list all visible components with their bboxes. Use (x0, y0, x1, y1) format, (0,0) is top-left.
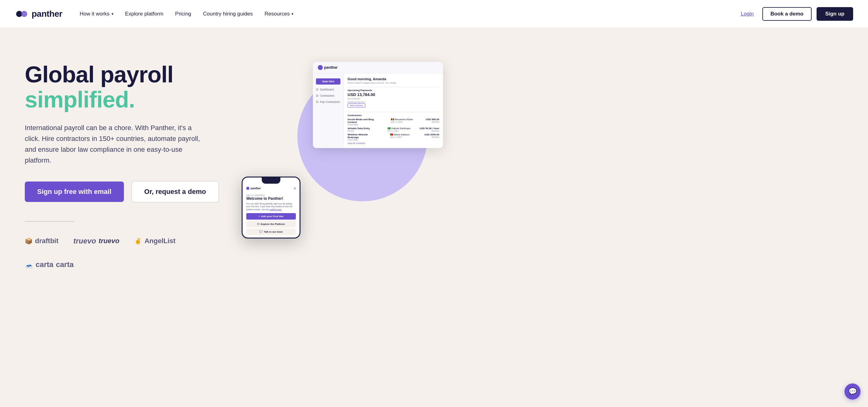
nav-explore-platform[interactable]: Explore platform (120, 8, 168, 20)
carta-icon: 🗻 (25, 260, 33, 269)
desktop-app-mockup: panther New Hire Dashboard Contractors (313, 62, 443, 148)
book-demo-button[interactable]: Book a demo (763, 7, 812, 21)
mock-contract-row-2: Webflow Website Redesign Fixed Rate 🇵🇹 M… (348, 133, 439, 141)
mock-new-hire-btn[interactable]: New Hire (316, 79, 340, 85)
mock-divider-1 (348, 87, 439, 87)
mock-main-content: Good morning, Amanda Here's what's happe… (344, 73, 443, 148)
login-button[interactable]: Login (737, 8, 757, 20)
mock-contract-row-0: Social Media and Blog Content Fixed Rate… (348, 118, 439, 126)
mockup-header: panther (313, 62, 443, 73)
mock-greeting: Good morning, Amanda (348, 77, 439, 81)
mobile-menu-icon[interactable]: ≡ (294, 186, 296, 190)
request-demo-button[interactable]: Or, request a demo (131, 181, 219, 202)
mobile-logo-dot (246, 187, 249, 190)
mockup-body: New Hire Dashboard Contractors Pay Contr… (313, 73, 443, 148)
pay-icon (316, 101, 318, 103)
mobile-content: HELLO AMANDA Welcome to Panther! You can… (243, 192, 300, 238)
nav-country-guides[interactable]: Country hiring guides (198, 8, 258, 20)
nav-pricing[interactable]: Pricing (170, 8, 196, 20)
mock-payments-amount: USD 13,784.00 (348, 92, 439, 97)
explore-icon: ⬡ (257, 223, 259, 225)
mock-logo-text: panther (324, 65, 338, 70)
hero-section: Global payroll simplified. International… (0, 28, 868, 287)
navbar: panther How it works ▾ Explore platform … (0, 0, 868, 28)
mock-contract-row-1: Airtable Data Entry Hourly 🇧🇷 Gabriel Ea… (348, 127, 439, 132)
chat-bubble[interactable]: 💬 (844, 383, 861, 400)
hero-subtitle: International payroll can be a chore. Wi… (25, 122, 205, 166)
plus-icon: + (258, 215, 260, 218)
hero-right: panther New Hire Dashboard Contractors (236, 53, 446, 232)
mock-sidebar-pay: Pay Contractors (313, 99, 344, 105)
nav-how-it-works[interactable]: How it works ▾ (75, 8, 118, 20)
mock-divider-2 (348, 112, 439, 112)
trust-logo-draftbit: 📦 draftbit (25, 237, 59, 245)
trust-logo-carta: 🗻 carta carta (25, 260, 74, 269)
contractors-icon (316, 94, 318, 97)
walkthrough-link[interactable]: walkthrough. (270, 209, 282, 211)
nav-links: How it works ▾ Explore platform Pricing … (75, 8, 737, 20)
chevron-down-icon-resources: ▾ (291, 12, 293, 16)
mock-logo-dot (318, 65, 323, 70)
trust-logo-truevo: truevo truevo (73, 237, 120, 245)
hero-title-accent: simplified. (25, 87, 135, 113)
mock-awaiting: Awaiting Payment (348, 101, 439, 103)
mock-greeting-sub: Here's what's happening in Acme, Inc. to… (348, 82, 439, 84)
divider (25, 221, 74, 222)
nav-resources[interactable]: Resources ▾ (259, 8, 298, 20)
mobile-header: panther ≡ (243, 184, 300, 192)
mobile-explore-button[interactable]: ⬡ Explore the Platform (246, 221, 296, 227)
mobile-hello: HELLO AMANDA (246, 194, 296, 196)
hero-cta: Sign up free with email Or, request a de… (25, 181, 236, 202)
mock-contractors-title: Contractors (348, 114, 439, 117)
mock-sidebar-contractors: Contractors (313, 93, 344, 99)
signup-nav-button[interactable]: Sign up (816, 7, 853, 21)
signup-primary-button[interactable]: Sign up free with email (25, 182, 124, 202)
mock-logo: panther (318, 65, 338, 70)
mobile-desc: You can start hiring globally right now … (246, 202, 296, 211)
dashboard-icon (316, 88, 318, 91)
hero-title: Global payroll simplified. (25, 62, 236, 113)
trust-logo-angellist: ✌ AngelList (134, 237, 175, 245)
mock-view-all[interactable]: View All Contracts (348, 142, 439, 144)
chevron-down-icon: ▾ (112, 12, 113, 16)
mobile-logo: panther (246, 187, 261, 190)
hero-left: Global payroll simplified. International… (25, 53, 236, 269)
draftbit-icon: 📦 (25, 237, 33, 245)
svg-point-1 (21, 11, 27, 17)
mobile-welcome: Welcome to Panther! (246, 196, 296, 201)
mock-payments-title: Upcoming Payments (348, 89, 439, 92)
logo-icon (15, 7, 29, 21)
mobile-talk-button[interactable]: 💬 Talk to our team (246, 228, 296, 235)
mobile-app-mockup: panther ≡ HELLO AMANDA Welcome to Panthe… (242, 177, 301, 239)
logo-text: panther (32, 9, 62, 19)
mock-sidebar: New Hire Dashboard Contractors Pay Contr… (313, 73, 344, 148)
logo-link[interactable]: panther (15, 7, 62, 21)
mobile-notch (262, 178, 280, 184)
mock-sidebar-dashboard: Dashboard (313, 86, 344, 93)
chat-icon-mobile: 💬 (259, 230, 262, 233)
mock-view-invoices[interactable]: View Invoices (348, 103, 365, 107)
mock-due-invoices: Due Invoices (348, 98, 439, 100)
chat-bubble-icon: 💬 (848, 387, 857, 396)
trust-logos: 📦 draftbit truevo truevo ✌ AngelList 🗻 c… (25, 237, 236, 269)
nav-actions: Login Book a demo Sign up (737, 7, 853, 21)
mobile-add-hire-button[interactable]: + Add your First Hire (246, 213, 296, 220)
mobile-logo-text: panther (251, 187, 261, 190)
